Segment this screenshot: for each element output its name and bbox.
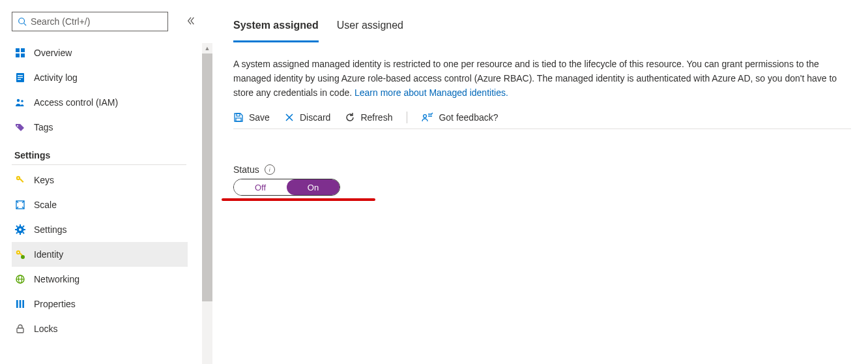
- status-label-row: Status i: [233, 164, 390, 175]
- annotation-red-underline: [222, 198, 375, 201]
- sidebar-item-label: Settings: [34, 224, 67, 235]
- svg-point-18: [19, 228, 22, 231]
- save-icon: [233, 112, 244, 123]
- sidebar-item-locks[interactable]: Locks: [12, 316, 188, 341]
- status-label: Status: [233, 164, 259, 175]
- access-control-icon: [14, 97, 26, 108]
- status-toggle[interactable]: Off On: [233, 179, 340, 196]
- tags-icon: [14, 121, 26, 133]
- svg-line-26: [16, 232, 18, 234]
- discard-icon: [284, 112, 295, 123]
- sidebar-item-settings[interactable]: Settings: [12, 217, 188, 242]
- tab-label: User assigned: [337, 20, 403, 31]
- lock-icon: [14, 323, 26, 335]
- svg-point-11: [21, 100, 23, 102]
- overview-icon: [14, 47, 26, 59]
- sidebar-item-label: Activity log: [34, 72, 78, 83]
- svg-point-28: [18, 252, 19, 253]
- sidebar-item-label: Access control (IAM): [34, 97, 118, 108]
- svg-rect-37: [17, 328, 23, 333]
- svg-rect-36: [22, 300, 24, 308]
- refresh-icon: [345, 112, 355, 123]
- sidebar-item-label: Overview: [34, 48, 72, 58]
- sidebar-item-tags[interactable]: Tags: [12, 115, 188, 140]
- identity-icon: [14, 249, 26, 260]
- button-label: Got feedback?: [439, 112, 498, 123]
- svg-rect-39: [236, 118, 241, 121]
- button-label: Refresh: [360, 112, 392, 123]
- main-content: System assigned User assigned A system a…: [207, 12, 868, 364]
- svg-line-23: [16, 226, 18, 227]
- svg-point-0: [19, 18, 25, 24]
- svg-rect-9: [18, 79, 21, 80]
- sidebar-item-activity-log[interactable]: Activity log: [12, 65, 188, 90]
- svg-line-24: [23, 232, 24, 234]
- status-toggle-off[interactable]: Off: [234, 179, 287, 195]
- sidebar-item-label: Keys: [34, 175, 54, 185]
- svg-point-30: [21, 255, 25, 259]
- sidebar-item-label: Scale: [34, 200, 57, 210]
- svg-line-25: [23, 226, 24, 227]
- toggle-off-label: Off: [255, 183, 266, 192]
- svg-rect-2: [16, 48, 20, 52]
- discard-button[interactable]: Discard: [284, 112, 330, 123]
- tabs: System assigned User assigned: [233, 20, 851, 42]
- svg-line-1: [24, 23, 27, 26]
- svg-rect-34: [16, 300, 18, 308]
- svg-rect-15: [20, 178, 24, 183]
- svg-rect-3: [21, 48, 25, 52]
- sidebar-item-overview[interactable]: Overview: [12, 40, 188, 65]
- svg-rect-35: [20, 300, 22, 308]
- sidebar-item-label: Properties: [34, 299, 76, 309]
- toolbar: Save Discard Refresh Got feedback?: [233, 109, 851, 129]
- tab-system-assigned[interactable]: System assigned: [233, 20, 319, 42]
- svg-point-12: [17, 125, 18, 127]
- button-label: Save: [249, 112, 270, 123]
- refresh-button[interactable]: Refresh: [345, 112, 392, 123]
- svg-rect-4: [16, 53, 20, 57]
- sidebar-section-settings: Settings: [12, 140, 186, 165]
- sidebar-item-properties[interactable]: Properties: [12, 292, 188, 316]
- toggle-on-label: On: [308, 183, 319, 192]
- toolbar-separator: [407, 112, 407, 123]
- scrollbar-thumb[interactable]: [202, 53, 212, 301]
- scroll-up-arrow-icon[interactable]: ▲: [202, 43, 212, 53]
- svg-point-14: [18, 177, 19, 179]
- button-label: Discard: [300, 112, 330, 123]
- info-icon[interactable]: i: [265, 164, 275, 175]
- activity-log-icon: [14, 72, 26, 83]
- search-input[interactable]: Search (Ctrl+/): [12, 12, 168, 31]
- feedback-icon: [422, 112, 433, 123]
- feedback-button[interactable]: Got feedback?: [422, 112, 498, 123]
- sidebar: Search (Ctrl+/) Overview Activity log: [12, 12, 207, 364]
- svg-point-42: [424, 115, 427, 118]
- svg-rect-8: [18, 77, 23, 78]
- search-icon: [18, 17, 27, 26]
- sidebar-scrollbar[interactable]: ▲: [202, 43, 212, 364]
- sidebar-item-networking[interactable]: Networking: [12, 267, 188, 292]
- properties-icon: [14, 298, 26, 310]
- status-block: Status i Off On: [233, 164, 390, 196]
- chevrons-left-icon: [186, 16, 195, 25]
- sidebar-item-label: Tags: [34, 122, 53, 132]
- sidebar-item-label: Locks: [34, 324, 58, 334]
- save-button[interactable]: Save: [233, 112, 270, 123]
- sidebar-item-keys[interactable]: Keys: [12, 168, 188, 192]
- tab-label: System assigned: [233, 20, 319, 31]
- sidebar-item-access-control[interactable]: Access control (IAM): [12, 90, 188, 115]
- scale-icon: [14, 199, 26, 211]
- status-toggle-on[interactable]: On: [287, 179, 340, 195]
- search-row: Search (Ctrl+/): [12, 12, 207, 31]
- search-placeholder: Search (Ctrl+/): [31, 16, 90, 27]
- keys-icon: [14, 174, 26, 186]
- svg-rect-7: [18, 75, 23, 76]
- description-body: A system assigned managed identity is re…: [233, 59, 837, 98]
- collapse-sidebar-button[interactable]: [186, 16, 195, 27]
- sidebar-item-label: Networking: [34, 274, 80, 284]
- description-text: A system assigned managed identity is re…: [233, 57, 851, 100]
- sidebar-item-scale[interactable]: Scale: [12, 192, 188, 217]
- sidebar-item-identity[interactable]: Identity: [12, 242, 188, 267]
- gear-icon: [14, 224, 26, 235]
- learn-more-link[interactable]: Learn more about Managed identities.: [354, 87, 508, 98]
- tab-user-assigned[interactable]: User assigned: [337, 20, 403, 42]
